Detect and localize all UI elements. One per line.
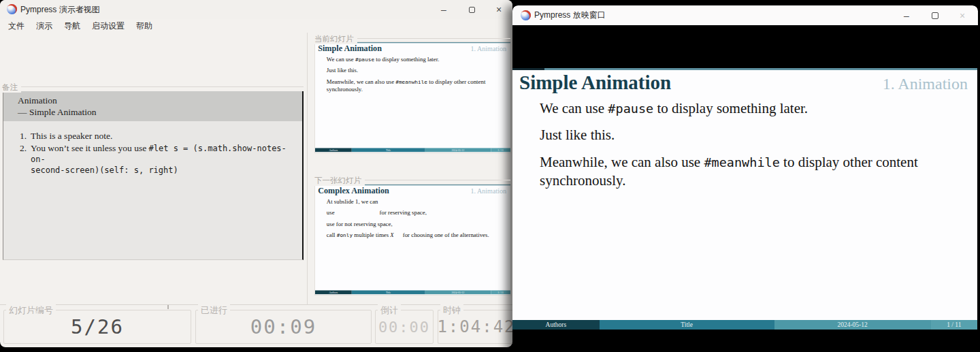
- list-item: 2. You won’t see it unless you use #let …: [3, 143, 302, 176]
- presentation-window-title: Pympress 放映窗口: [534, 5, 606, 25]
- footer-authors: Authors: [315, 290, 352, 294]
- elapsed-time-label: 已进行: [198, 304, 230, 317]
- note-code-line2: second-screen)(self: s, right): [31, 165, 178, 175]
- pympress-logo-icon: [521, 10, 531, 20]
- slide-code: #only: [337, 232, 353, 238]
- desktop: Pympress 演示者视图 – × 文件 演示 导航 启动设置 帮助 备注 A…: [0, 0, 980, 352]
- slide-footer: Authors Title 2024-05-12 1 / 11: [512, 320, 977, 330]
- maximize-icon: [932, 12, 938, 19]
- notes-frame-rule: [2, 86, 304, 87]
- minimize-button[interactable]: –: [434, 1, 454, 18]
- slide-footer: Authors Title 2024-05-12 1 / 11: [315, 290, 510, 294]
- pane-divider-vertical[interactable]: [307, 33, 308, 304]
- slide-text: We can use: [327, 56, 355, 63]
- slide-body: We can use #pause to display something l…: [540, 99, 955, 198]
- countdown-frame[interactable]: 倒计 00:00: [375, 310, 434, 344]
- pympress-logo-icon: [7, 4, 17, 14]
- slide-body: At subslide 1, we can usefor reserving s…: [327, 197, 508, 242]
- footer-date: 2024-05-12: [425, 290, 491, 294]
- presentation-window: Pympress 放映窗口 – × Simple Animation 1. An…: [512, 5, 978, 352]
- clock-label: 时钟: [440, 304, 463, 317]
- slide-simple-animation: Simple Animation 1. Animation We can use…: [512, 68, 977, 330]
- speaker-notes-panel[interactable]: Animation — Simple Animation 1. This is …: [3, 91, 304, 260]
- presenter-titlebar[interactable]: Pympress 演示者视图 – ×: [0, 0, 512, 19]
- current-slide-preview[interactable]: Simple Animation 1. Animation We can use…: [315, 42, 510, 153]
- elapsed-time-frame[interactable]: 已进行 00:09: [195, 310, 372, 344]
- menubar: 文件 演示 导航 启动设置 帮助: [8, 19, 152, 33]
- pane-divider-handle[interactable]: [167, 305, 169, 309]
- presenter-window-title: Pympress 演示者视图: [20, 0, 100, 19]
- notes-heading-line1: Animation: [18, 95, 302, 106]
- slide-complex-animation: Complex Animation 1. Animation At subsli…: [315, 185, 510, 294]
- minimize-button[interactable]: –: [896, 7, 917, 24]
- list-item-text: This is a speaker note.: [31, 131, 297, 142]
- math-variable: X: [390, 231, 393, 238]
- slide-number-value[interactable]: 5/26: [71, 315, 124, 338]
- slide-text: for reserving space,: [380, 209, 427, 216]
- countdown-label: 倒计: [378, 304, 401, 317]
- slide-text: Meanwhile, we can also use: [327, 78, 395, 85]
- slide-body: We can use #pause to display something l…: [327, 55, 501, 97]
- menu-starting-configuration[interactable]: 启动设置: [92, 19, 125, 33]
- menu-file[interactable]: 文件: [8, 19, 24, 33]
- slide-text: We can use: [540, 100, 608, 116]
- clock-value: 1:04:42: [437, 317, 512, 336]
- slide-text: use: [327, 209, 335, 216]
- pane-divider-horizontal[interactable]: [0, 304, 512, 305]
- footer-date: 2024-05-12: [425, 148, 491, 152]
- note-text: You won’t see it unless you use: [31, 143, 149, 153]
- notes-list: 1. This is a speaker note. 2. You won’t …: [3, 131, 302, 177]
- close-button[interactable]: ×: [489, 1, 509, 18]
- notes-heading-line2: — Simple Animation: [18, 106, 302, 118]
- countdown-value[interactable]: 00:00: [378, 319, 430, 336]
- next-slide-preview[interactable]: Complex Animation 1. Animation At subsli…: [315, 185, 510, 295]
- list-item: 1. This is a speaker note.: [3, 131, 302, 142]
- notes-frame-label: 备注: [2, 82, 21, 93]
- slide-code: #meanwhile: [395, 79, 427, 85]
- footer-title: Title: [600, 320, 774, 330]
- footer-authors: Authors: [315, 148, 352, 152]
- slide-section-header: 1. Animation: [470, 45, 506, 52]
- presenter-window: Pympress 演示者视图 – × 文件 演示 导航 启动设置 帮助 备注 A…: [0, 0, 512, 347]
- footer-date: 2024-05-12: [774, 320, 931, 330]
- footer-title: Title: [352, 148, 425, 152]
- slide-text: use for not reserving space,: [327, 221, 393, 227]
- notes-heading: Animation — Simple Animation: [3, 91, 302, 121]
- slide-code: #pause: [608, 101, 653, 116]
- slide-section-header: 1. Animation: [883, 75, 968, 93]
- list-item-text: You won’t see it unless you use #let s =…: [31, 143, 297, 176]
- footer-page: 1 / 11: [491, 290, 510, 294]
- slide-number-frame[interactable]: 幻灯片编号 5/26: [3, 310, 191, 344]
- slide-text: Meanwhile, we can also use: [540, 154, 704, 170]
- elapsed-time-value[interactable]: 00:09: [250, 315, 316, 338]
- close-button[interactable]: ×: [952, 7, 973, 24]
- slide-text: to display something later.: [653, 100, 808, 116]
- slide-code: #pause: [355, 57, 374, 63]
- slide-code: #meanwhile: [704, 155, 779, 170]
- slide-footer: Authors Title 2024-05-12 1 / 11: [315, 148, 510, 152]
- slide-number-label: 幻灯片编号: [6, 304, 56, 317]
- list-item-number: 1.: [3, 131, 31, 142]
- slide-top-rule: [512, 68, 977, 70]
- maximize-icon: [469, 7, 475, 13]
- footer-page: 1 / 11: [931, 320, 977, 330]
- slide-section-header: 1. Animation: [470, 187, 506, 195]
- list-item-number: 2.: [3, 143, 31, 176]
- current-slide-frame-label: 当前幻灯片: [314, 34, 357, 44]
- presentation-titlebar[interactable]: Pympress 放映窗口 – ×: [512, 5, 978, 25]
- clock-frame: 时钟 1:04:42: [438, 310, 512, 344]
- maximize-button[interactable]: [925, 7, 945, 24]
- slide-text: multiple times: [353, 231, 390, 238]
- menu-presentation[interactable]: 演示: [36, 19, 52, 33]
- menu-navigation[interactable]: 导航: [64, 19, 80, 33]
- slide-text: Just like this.: [327, 67, 358, 74]
- footer-title: Title: [352, 290, 425, 294]
- footer-page: 1 / 11: [491, 148, 510, 152]
- slide-simple-animation: Simple Animation 1. Animation We can use…: [315, 42, 510, 152]
- menu-help[interactable]: 帮助: [136, 19, 152, 33]
- maximize-button[interactable]: [461, 1, 482, 18]
- slide-text: At subslide 1, we can: [327, 198, 378, 205]
- slide-top-rule-accent: [512, 68, 544, 70]
- slide-text: Just like this.: [540, 127, 615, 143]
- presentation-slide-area[interactable]: Simple Animation 1. Animation We can use…: [512, 68, 977, 330]
